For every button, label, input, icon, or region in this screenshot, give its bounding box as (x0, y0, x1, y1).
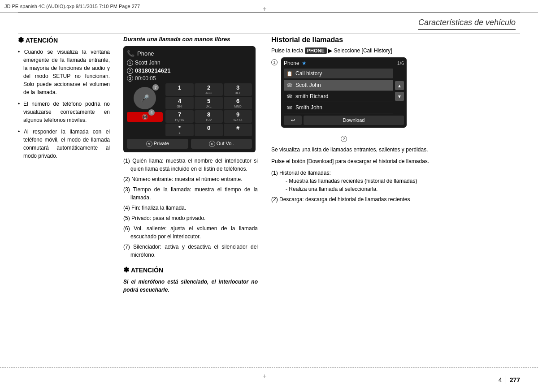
call-history-screen-container: 1 Phone ★ 1/6 📋 Ca (271, 57, 520, 132)
key-7[interactable]: 7PQRS (165, 110, 194, 123)
call-icon: 📋 (286, 71, 293, 77)
main-content: ✽ ATENCIÓN Cuando se visualiza la ventan… (18, 36, 520, 365)
keypad-grid: 1 2ABC 3DEF 4GHI 5JKL 6MNO 7PQRS 8TUV 9W… (165, 83, 252, 136)
chapter-number: 4 (499, 376, 502, 383)
contact-name-2: smith Richard (295, 93, 328, 99)
key-0[interactable]: 0 (195, 124, 223, 136)
circle-7: 7 (152, 84, 159, 90)
ch-contact-2[interactable]: ☎ smith Richard (284, 91, 393, 102)
phone-screen: 📞 Phone 1 Scott John 2 03180214621 3 00:… (123, 46, 256, 152)
contact-icon-2: ☎ (286, 94, 293, 99)
ch-menu-item[interactable]: 📋 Call history (284, 69, 393, 78)
list-item-1: (1) Quién llama: muestra el nombre del i… (123, 157, 258, 173)
select-text: Seleccione [Call History] (334, 47, 392, 54)
bottom-attention-text: Si el micrófono está silenciado, el inte… (123, 278, 258, 294)
ch-scroll-arrows: ▲ ▼ (395, 69, 404, 113)
circle-5: 5 (146, 141, 152, 147)
list-item-4: (4) Fin: finaliza la llamada. (123, 204, 258, 212)
caller-name: Scott John (135, 60, 161, 66)
left-heading-text: ATENCIÓN (26, 37, 58, 44)
list-item-6: (6) Vol. saliente: ajusta el volumen de … (123, 224, 258, 241)
private-label: Private (154, 141, 169, 146)
ch-contact-3[interactable]: ☎ Smith John (284, 102, 393, 113)
phone-icon: 📞 (127, 50, 134, 57)
private-button[interactable]: 5 Private (127, 139, 188, 149)
right-heading: Historial de llamadas (271, 36, 520, 44)
circle-label-2: 2 (341, 136, 347, 142)
contact-icon-1: ☎ (286, 82, 293, 88)
key-hash[interactable]: # (224, 124, 252, 136)
key-star[interactable]: *+ (165, 124, 194, 136)
phone-title: Phone (137, 50, 154, 57)
phone-number: 03180214621 (135, 67, 171, 74)
right-list-item-1: (1) Historial de llamadas: - Muestra las… (271, 169, 520, 193)
left-column: ✽ ATENCIÓN Cuando se visualiza la ventan… (18, 36, 117, 365)
circle-label-1: 1 (271, 59, 278, 65)
phone-number-row: 2 03180214621 (127, 67, 252, 74)
list-item: Al responder la llamada con el teléfono … (18, 128, 110, 160)
asterisk-icon: ✽ (18, 36, 24, 44)
right-list-item-2: (2) Descarga: descarga del historial de … (271, 195, 520, 203)
out-vol-button[interactable]: 6 Out Vol. (191, 139, 252, 149)
body-text-2: Pulse el botón [Download] para descargar… (271, 157, 520, 165)
bottom-attention-heading: ✽ ATENCIÓN (123, 266, 258, 274)
scroll-up-button[interactable]: ▲ (395, 81, 404, 90)
body-text-1: Se visualiza una lista de llamadas entra… (271, 146, 520, 154)
list-item-2: (2) Número entrante: muestra el número e… (123, 175, 258, 183)
call-history-screen: Phone ★ 1/6 📋 Call history (281, 57, 407, 128)
key-6[interactable]: 6MNO (224, 97, 252, 109)
list-item: Cuando se visualiza la ventana emergente… (18, 48, 110, 96)
phone-header-left: 📞 Phone (127, 50, 154, 57)
scroll-down-button[interactable]: ▼ (395, 92, 404, 101)
out-vol-label: Out Vol. (217, 141, 234, 146)
asterisk-icon-2: ✽ (123, 266, 129, 274)
ch-footer: ↩ Download (284, 116, 404, 125)
cross-marker-bottom (260, 372, 269, 381)
bottom-footer: 4 277 (0, 367, 538, 392)
ch-contact-1[interactable]: ☎ Scott John (284, 80, 393, 91)
key-3[interactable]: 3DEF (224, 83, 252, 96)
end-call-button[interactable]: 📵 4 (127, 112, 163, 122)
ch-header-left: Phone ★ (284, 60, 307, 66)
keypad-area: 🎤 7 📵 4 1 2ABC 3DEF 4GHI (127, 83, 252, 136)
circle-2: 2 (127, 68, 133, 74)
chapter-divider (18, 34, 520, 34)
key-4[interactable]: 4GHI (165, 97, 194, 109)
key-2[interactable]: 2ABC (195, 83, 223, 96)
top-bar: JD PE-spanish 4C (AUDIO).qxp 9/11/2015 7… (0, 0, 538, 13)
cross-marker-top (260, 4, 269, 13)
list-item-5: (5) Privado: pasa al modo privado. (123, 214, 258, 222)
contact-name-3: Smith John (295, 104, 322, 111)
ch-counter: 1/6 (397, 60, 404, 66)
file-info: JD PE-spanish 4C (AUDIO).qxp 9/11/2015 7… (4, 4, 140, 9)
mute-button[interactable]: 🎤 (134, 87, 156, 109)
ch-phone-title: Phone (284, 60, 299, 66)
key-5[interactable]: 5JKL (195, 97, 223, 109)
intro-paragraph: Pulse la tecla PHONE ▶ Seleccione [Call … (271, 47, 520, 54)
circle-4: 4 (148, 109, 155, 116)
download-button[interactable]: Download (304, 116, 404, 125)
ch-list: 📋 Call history ☎ Scott John ☎ smith Rich… (284, 69, 393, 113)
call-history-label: Call history (295, 70, 322, 77)
end-call-icon: 📵 (142, 114, 148, 120)
circle-label-1-container: 1 (271, 59, 278, 65)
key-1[interactable]: 1 (165, 83, 194, 96)
contact-name-1: Scott John (295, 82, 321, 88)
mid-column: Durante una llamada con manos libres 📞 P… (117, 36, 265, 365)
circle-1: 1 (127, 60, 133, 66)
page-num-text: 277 (510, 376, 520, 383)
arrow-symbol: ▶ (328, 47, 332, 54)
bottom-attention-heading-text: ATENCIÓN (131, 267, 163, 274)
key-9[interactable]: 9WXYZ (224, 110, 252, 123)
chapter-title: Características de vehículo (418, 18, 516, 30)
key-8[interactable]: 8TUV (195, 110, 223, 123)
back-button[interactable]: ↩ (284, 116, 302, 125)
caller-name-row: 1 Scott John (127, 60, 252, 66)
right-numbered-list: (1) Historial de llamadas: - Muestra las… (271, 169, 520, 203)
phone-bottom-buttons: 5 Private 6 Out Vol. (127, 139, 252, 149)
mute-icon: 🎤 (140, 94, 149, 103)
bullet-list: Cuando se visualiza la ventana emergente… (18, 48, 110, 160)
ch-content: 📋 Call history ☎ Scott John ☎ smith Rich… (284, 69, 404, 113)
intro-text: Pulse la tecla (271, 47, 303, 54)
download-label: Download (343, 117, 365, 123)
